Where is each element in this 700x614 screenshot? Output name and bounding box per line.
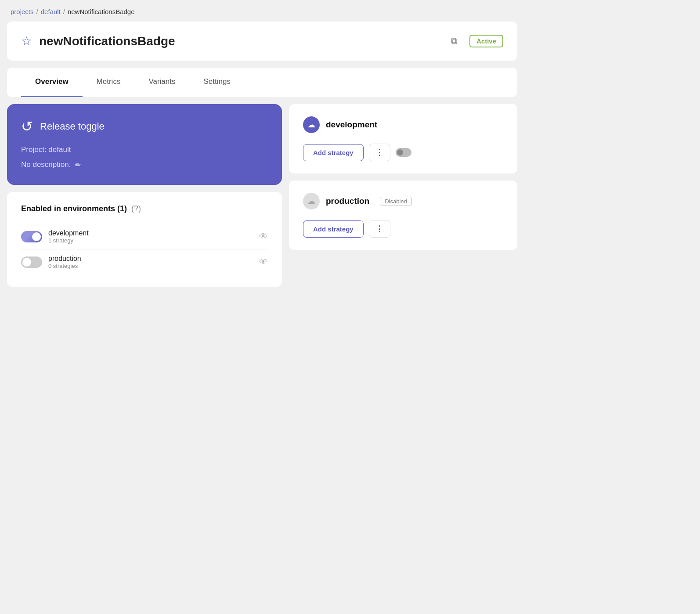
env-info-development: development 1 strategy: [48, 229, 253, 244]
env-info-production: production 0 strategies: [48, 255, 253, 269]
environments-card: Enabled in environments (1) (?) developm…: [7, 192, 282, 287]
breadcrumb-feature: newNotificationsBadge: [68, 8, 135, 15]
eye-icon-development[interactable]: 👁: [259, 231, 268, 242]
toggle-header: ↺ Release toggle: [21, 118, 268, 135]
add-strategy-button-dev[interactable]: Add strategy: [303, 144, 364, 161]
main-content: ↺ Release toggle Project: default No des…: [0, 104, 524, 297]
env-strategy-name-prod: production: [326, 196, 369, 206]
star-icon[interactable]: ☆: [21, 34, 32, 48]
refresh-icon: ↺: [21, 118, 33, 135]
copy-icon[interactable]: ⧉: [451, 36, 457, 46]
toggle-development[interactable]: [21, 231, 42, 242]
feature-title: newNotificationsBadge: [39, 34, 439, 48]
env-icon-production: ☁: [303, 193, 320, 209]
env-strategies-development: 1 strategy: [48, 237, 253, 244]
env-name-production: production: [48, 255, 253, 263]
eye-icon-production[interactable]: 👁: [259, 257, 268, 267]
tabs-bar: Overview Metrics Variants Settings: [7, 68, 517, 97]
breadcrumb-sep-1: /: [36, 8, 38, 15]
breadcrumb-sep-2: /: [63, 8, 65, 15]
env-row-development: development 1 strategy 👁: [21, 224, 268, 249]
add-strategy-button-prod[interactable]: Add strategy: [303, 220, 364, 238]
toggle-title: Release toggle: [40, 121, 105, 132]
disabled-badge-prod: Disabled: [380, 197, 412, 206]
toggle-knob-development: [32, 232, 41, 241]
env-row-production: production 0 strategies 👁: [21, 249, 268, 274]
edit-icon[interactable]: ✏: [75, 161, 81, 169]
toggle-description: No description. ✏: [21, 160, 268, 169]
env-strategy-card-production: ☁ production Disabled Add strategy ⋮: [289, 181, 517, 250]
cloud-icon-prod: ☁: [307, 196, 315, 206]
release-toggle-card: ↺ Release toggle Project: default No des…: [7, 104, 282, 185]
cloud-icon-dev: ☁: [307, 120, 315, 130]
header-card: ☆ newNotificationsBadge ⧉ Active: [7, 22, 517, 61]
description-text: No description.: [21, 160, 71, 169]
tab-settings[interactable]: Settings: [190, 68, 245, 97]
env-toggle-dev[interactable]: [396, 148, 411, 157]
env-strategy-header-prod: ☁ production Disabled: [303, 193, 503, 209]
right-column: ☁ development Add strategy ⋮ ☁ productio…: [289, 104, 517, 287]
status-badge: Active: [469, 35, 503, 47]
more-menu-button-prod[interactable]: ⋮: [369, 220, 390, 238]
env-icon-development: ☁: [303, 116, 320, 133]
env-card-header: Enabled in environments (1) (?): [21, 204, 268, 213]
breadcrumb-projects[interactable]: projects: [11, 8, 34, 15]
env-strategy-name-dev: development: [326, 120, 377, 130]
tab-metrics[interactable]: Metrics: [83, 68, 135, 97]
tab-overview[interactable]: Overview: [21, 68, 83, 97]
env-strategy-actions-dev: Add strategy ⋮: [303, 144, 503, 161]
toggle-small-knob-dev: [397, 149, 403, 155]
more-menu-button-dev[interactable]: ⋮: [369, 144, 390, 161]
env-name-development: development: [48, 229, 253, 237]
env-strategies-production: 0 strategies: [48, 263, 253, 269]
tab-variants[interactable]: Variants: [134, 68, 189, 97]
toggle-production[interactable]: [21, 256, 42, 268]
toggle-knob-production: [22, 258, 31, 267]
breadcrumb-default[interactable]: default: [41, 8, 61, 15]
env-strategy-actions-prod: Add strategy ⋮: [303, 220, 503, 238]
help-icon[interactable]: (?): [131, 204, 141, 213]
env-strategy-header-dev: ☁ development: [303, 116, 503, 133]
toggle-project: Project: default: [21, 145, 268, 154]
env-card-title: Enabled in environments (1): [21, 204, 127, 213]
left-column: ↺ Release toggle Project: default No des…: [7, 104, 282, 287]
env-strategy-card-development: ☁ development Add strategy ⋮: [289, 104, 517, 173]
breadcrumb: projects / default / newNotificationsBad…: [0, 0, 524, 22]
